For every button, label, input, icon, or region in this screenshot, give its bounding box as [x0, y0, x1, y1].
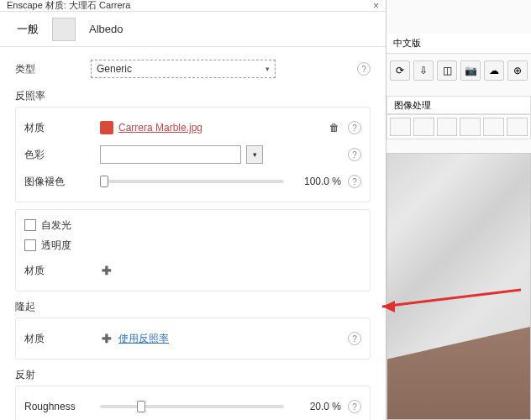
- tab-albedo[interactable]: Albedo: [82, 19, 129, 39]
- type-label: 类型: [15, 62, 91, 76]
- self-illum-label: 自发光: [41, 218, 71, 233]
- transparency-label: 透明度: [41, 239, 71, 253]
- img-tool-5[interactable]: [483, 118, 504, 136]
- color-row: 色彩 ▾ ?: [24, 143, 361, 166]
- right-panel: 中文版 ⟳ ⇩ ◫ 📷 ☁ ⊕ 图像处理: [386, 0, 531, 420]
- albedo-section: 材质 Carrera Marble.jpg 🗑 ? 色彩 ▾ ? 图像褪色: [15, 107, 371, 202]
- help-icon[interactable]: ?: [348, 400, 361, 413]
- tab-general[interactable]: 一般: [10, 18, 45, 40]
- toolbar-button-1[interactable]: ⟳: [390, 60, 410, 81]
- self-illum-row: 自发光: [24, 215, 361, 235]
- right-header-language: 中文版: [386, 34, 531, 54]
- material2-label: 材质: [24, 264, 100, 278]
- ground-plane: [387, 327, 530, 419]
- reflection-section: Roughness 20.0 % ? 材质 ✚ 使用反照率 ? Metallic: [15, 386, 371, 420]
- transparency-row: 透明度: [24, 235, 361, 255]
- bump-use-albedo-link[interactable]: 使用反照率: [118, 332, 169, 346]
- material-thumbnail[interactable]: [52, 18, 76, 41]
- trash-icon[interactable]: 🗑: [329, 122, 341, 134]
- albedo-material-row: 材质 Carrera Marble.jpg 🗑 ?: [24, 116, 361, 139]
- roughness-row: Roughness 20.0 % ?: [24, 395, 361, 418]
- close-icon[interactable]: ×: [373, 0, 379, 12]
- transparency-checkbox[interactable]: [24, 239, 36, 251]
- color-picker-button[interactable]: ▾: [246, 145, 263, 164]
- slider-handle[interactable]: [137, 401, 145, 412]
- roughness-value: 20.0 %: [292, 401, 341, 412]
- tint-label: 图像褪色: [24, 175, 100, 189]
- help-icon[interactable]: ?: [348, 332, 361, 345]
- window-title: Enscape 材质: 大理石 Carrera: [7, 0, 130, 12]
- toolbar-button-2[interactable]: ⇩: [413, 60, 434, 81]
- tint-row: 图像褪色 100.0 % ?: [24, 170, 361, 193]
- self-illum-checkbox[interactable]: [24, 219, 36, 231]
- bump-material-row: 材质 ✚ 使用反照率 ?: [24, 327, 361, 350]
- plus-icon[interactable]: ✚: [100, 332, 113, 345]
- color-swatch[interactable]: [100, 145, 241, 164]
- material-editor-panel: Enscape 材质: 大理石 Carrera × 一般 Albedo 类型 G…: [0, 0, 386, 420]
- img-tool-4[interactable]: [460, 118, 481, 136]
- reflection-title: 反射: [15, 368, 371, 382]
- sketchup-file-icon: [100, 121, 113, 134]
- plus-icon[interactable]: ✚: [100, 264, 113, 277]
- type-value: Generic: [97, 63, 132, 75]
- content-area: 类型 Generic ▾ ? 反照率 材质 Carrera Marble.jpg…: [0, 47, 386, 420]
- type-row: 类型 Generic ▾ ?: [15, 57, 371, 81]
- bump-section: 材质 ✚ 使用反照率 ?: [15, 318, 371, 360]
- emission-transparency-section: 自发光 透明度 材质 ✚: [15, 209, 371, 291]
- bump-title: 隆起: [15, 300, 371, 314]
- tint-slider[interactable]: [100, 180, 284, 183]
- render-preview: [386, 153, 531, 420]
- bump-material-label: 材质: [24, 332, 100, 346]
- albedo-title: 反照率: [15, 89, 371, 103]
- img-tool-2[interactable]: [413, 118, 434, 136]
- tabs: 一般 Albedo: [0, 12, 386, 47]
- chevron-down-icon: ▾: [266, 65, 270, 73]
- help-icon[interactable]: ?: [348, 121, 361, 134]
- img-tool-1[interactable]: [390, 118, 411, 136]
- toolbar-button-cloud[interactable]: ☁: [484, 60, 504, 81]
- roughness-label: Roughness: [24, 401, 100, 412]
- help-icon[interactable]: ?: [357, 62, 371, 76]
- image-toolbar: [386, 114, 531, 139]
- right-header-image: 图像处理: [386, 96, 531, 114]
- help-icon[interactable]: ?: [348, 148, 361, 161]
- toolbar-button-camera[interactable]: 📷: [460, 60, 481, 81]
- img-tool-6[interactable]: [507, 118, 528, 136]
- albedo-file-link[interactable]: Carrera Marble.jpg: [118, 122, 202, 134]
- toolbar-button-add[interactable]: ⊕: [507, 60, 528, 81]
- title-bar: Enscape 材质: 大理石 Carrera ×: [0, 0, 386, 12]
- albedo-material-label: 材质: [24, 121, 100, 135]
- img-tool-3[interactable]: [437, 118, 458, 136]
- main-toolbar: ⟳ ⇩ ◫ 📷 ☁ ⊕: [386, 57, 531, 84]
- tint-value: 100.0 %: [292, 176, 341, 187]
- material2-row: 材质 ✚: [24, 259, 361, 282]
- roughness-slider[interactable]: [100, 405, 284, 408]
- toolbar-button-3[interactable]: ◫: [437, 60, 457, 81]
- color-label: 色彩: [24, 148, 100, 162]
- slider-handle[interactable]: [100, 176, 108, 187]
- type-dropdown[interactable]: Generic ▾: [91, 60, 276, 78]
- help-icon[interactable]: ?: [348, 175, 361, 188]
